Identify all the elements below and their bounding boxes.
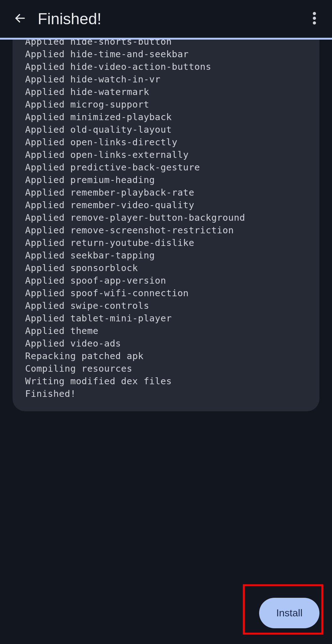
page-title: Finished! [38,10,306,28]
footer-actions: Install [259,598,319,628]
more-menu-button[interactable] [306,10,323,28]
log-output[interactable]: Applied hide-shorts-button Applied hide-… [25,40,307,400]
svg-point-1 [313,12,316,15]
svg-point-3 [313,21,316,25]
svg-point-2 [313,17,316,20]
more-vert-icon [313,12,316,26]
back-button[interactable] [11,10,29,28]
log-output-card: Applied hide-shorts-button Applied hide-… [13,40,319,411]
install-button[interactable]: Install [259,598,319,628]
arrow-left-icon [14,12,26,26]
top-app-bar: Finished! [0,0,332,38]
